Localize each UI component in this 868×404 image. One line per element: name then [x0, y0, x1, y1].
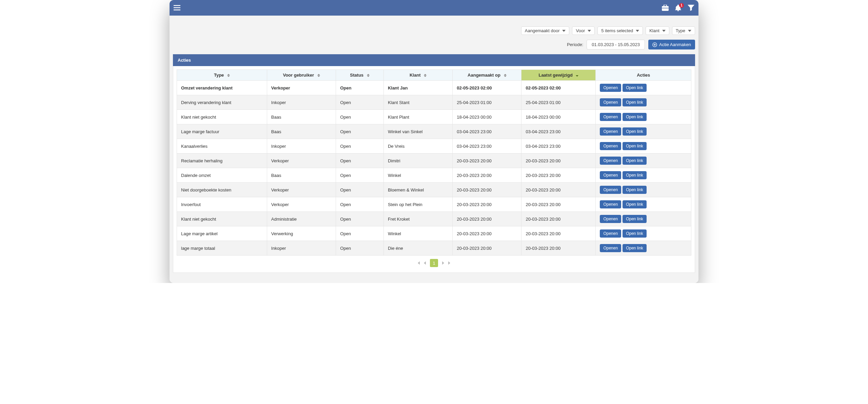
filter-created-by[interactable]: Aangemaakt door — [521, 26, 570, 35]
filter-for[interactable]: Voor — [572, 26, 595, 35]
cell-actions: OpenenOpen link — [596, 124, 691, 139]
period-range-input[interactable]: 01.03.2023 - 15.05.2023 — [587, 40, 645, 49]
cell-created: 25-04-2023 01:00 — [453, 95, 521, 110]
cell-status: Open — [336, 81, 384, 95]
period-row: Periode: 01.03.2023 - 15.05.2023 Actie A… — [173, 38, 695, 54]
cell-user: Administratie — [267, 212, 336, 226]
open-link-button[interactable]: Open link — [623, 186, 647, 194]
open-button[interactable]: Openen — [600, 244, 621, 252]
open-link-button[interactable]: Open link — [623, 200, 647, 208]
filter-label: Type — [676, 28, 685, 33]
open-button[interactable]: Openen — [600, 142, 621, 150]
open-link-button[interactable]: Open link — [623, 244, 647, 252]
cell-actions: OpenenOpen link — [596, 241, 691, 256]
cell-klant: Winkel van Sinkel — [383, 124, 452, 139]
open-button[interactable]: Openen — [600, 186, 621, 194]
open-link-button[interactable]: Open link — [623, 229, 647, 238]
table-row: Omzet verandering klantVerkoperOpenKlant… — [177, 81, 691, 95]
filter-label: Aangemaakt door — [525, 28, 560, 33]
briefcase-button[interactable] — [662, 5, 669, 11]
open-button[interactable]: Openen — [600, 171, 621, 179]
column-header-modified[interactable]: Laatst gewijzigd — [521, 70, 596, 81]
table-container: Type Voor gebruiker Status Klant — [173, 66, 695, 273]
briefcase-icon — [662, 5, 669, 11]
column-label: Voor gebruiker — [283, 73, 314, 78]
top-bar: 1 — [170, 0, 698, 16]
open-link-button[interactable]: Open link — [623, 98, 647, 106]
cell-created: 20-03-2023 20:00 — [453, 154, 521, 168]
pager-prev[interactable] — [423, 261, 427, 266]
pager-current-page[interactable]: 1 — [430, 259, 438, 267]
open-link-button[interactable]: Open link — [623, 127, 647, 136]
svg-rect-1 — [174, 7, 180, 8]
cell-status: Open — [336, 139, 384, 154]
open-button[interactable]: Openen — [600, 157, 621, 165]
cell-modified: 18-04-2023 00:00 — [521, 110, 596, 124]
cell-status: Open — [336, 197, 384, 212]
cell-actions: OpenenOpen link — [596, 81, 691, 95]
cell-type: Niet doorgeboekte kosten — [177, 183, 267, 197]
cell-modified: 20-03-2023 20:00 — [521, 212, 596, 226]
pager-next[interactable] — [441, 261, 445, 266]
cell-actions: OpenenOpen link — [596, 183, 691, 197]
cell-type: Invoerfout — [177, 197, 267, 212]
cell-klant: Fret Kroket — [383, 212, 452, 226]
cell-type: Omzet verandering klant — [177, 81, 267, 95]
column-header-created[interactable]: Aangemaakt op — [453, 70, 521, 81]
open-link-button[interactable]: Open link — [623, 84, 647, 92]
column-header-klant[interactable]: Klant — [383, 70, 452, 81]
cell-created: 03-04-2023 23:00 — [453, 124, 521, 139]
open-link-button[interactable]: Open link — [623, 142, 647, 150]
open-link-button[interactable]: Open link — [623, 157, 647, 165]
table-title: Acties — [173, 54, 695, 66]
period-label: Periode: — [567, 42, 583, 47]
open-button[interactable]: Openen — [600, 215, 621, 223]
open-button[interactable]: Openen — [600, 84, 621, 92]
cell-status: Open — [336, 183, 384, 197]
open-button[interactable]: Openen — [600, 200, 621, 208]
cell-created: 03-04-2023 23:00 — [453, 139, 521, 154]
filter-status[interactable]: 5 items selected — [597, 26, 643, 35]
actions-table: Type Voor gebruiker Status Klant — [177, 69, 691, 256]
column-header-status[interactable]: Status — [336, 70, 384, 81]
open-button[interactable]: Openen — [600, 229, 621, 238]
cell-status: Open — [336, 124, 384, 139]
cell-klant: Klant Plant — [383, 110, 452, 124]
column-label: Acties — [637, 73, 650, 78]
cell-modified: 20-03-2023 20:00 — [521, 183, 596, 197]
create-action-button[interactable]: Actie Aanmaken — [648, 40, 695, 49]
column-label: Laatst gewijzigd — [538, 73, 572, 78]
open-button[interactable]: Openen — [600, 127, 621, 136]
menu-button[interactable] — [174, 5, 180, 11]
notifications-button[interactable]: 1 — [675, 4, 682, 11]
open-link-button[interactable]: Open link — [623, 171, 647, 179]
cell-modified: 20-03-2023 20:00 — [521, 197, 596, 212]
table-row: lage marge totaalInkoperOpenDie éne20-03… — [177, 241, 691, 256]
cell-status: Open — [336, 110, 384, 124]
pager-last[interactable] — [448, 261, 452, 266]
sort-icon — [504, 74, 507, 77]
open-button[interactable]: Openen — [600, 98, 621, 106]
pager-first[interactable] — [416, 261, 420, 266]
open-link-button[interactable]: Open link — [623, 215, 647, 223]
cell-actions: OpenenOpen link — [596, 110, 691, 124]
filter-type[interactable]: Type — [672, 26, 695, 35]
sort-icon — [367, 74, 370, 77]
cell-created: 18-04-2023 00:00 — [453, 110, 521, 124]
filter-klant[interactable]: Klant — [646, 26, 669, 35]
cell-user: Verkoper — [267, 81, 336, 95]
open-link-button[interactable]: Open link — [623, 113, 647, 121]
column-header-type[interactable]: Type — [177, 70, 267, 81]
chevron-down-icon — [588, 29, 591, 33]
open-button[interactable]: Openen — [600, 113, 621, 121]
column-label: Type — [214, 73, 224, 78]
cell-user: Verwerking — [267, 226, 336, 241]
svg-rect-2 — [174, 9, 180, 11]
cell-type: Klant niet gekocht — [177, 110, 267, 124]
cell-modified: 20-03-2023 20:00 — [521, 226, 596, 241]
filter-button[interactable] — [688, 5, 694, 11]
content-area: Aangemaakt door Voor 5 items selected Kl… — [170, 16, 698, 283]
column-header-for-user[interactable]: Voor gebruiker — [267, 70, 336, 81]
cell-created: 20-03-2023 20:00 — [453, 183, 521, 197]
table-row: KanaalverliesInkoperOpenDe Vreis03-04-20… — [177, 139, 691, 154]
